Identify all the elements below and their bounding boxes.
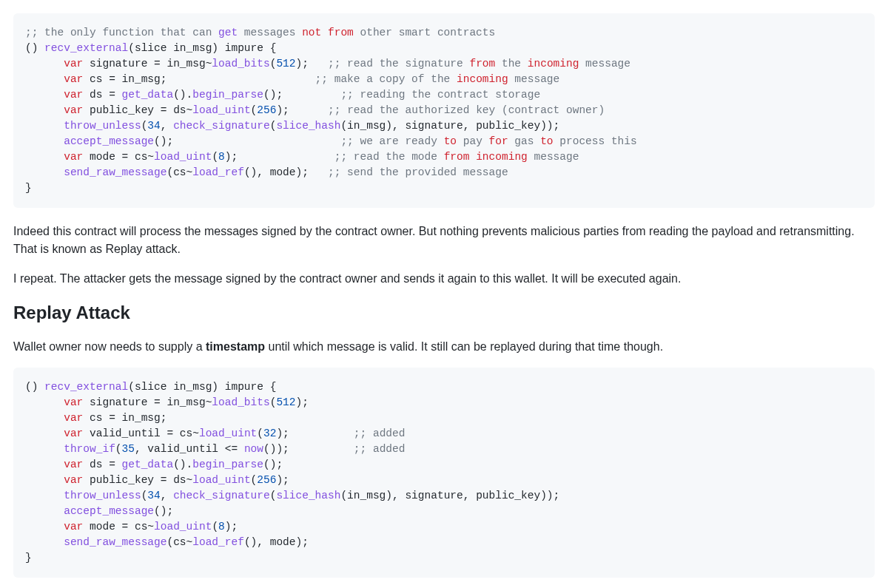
paragraph-3-text-a: Wallet owner now needs to supply a bbox=[13, 340, 206, 353]
paragraph-2: I repeat. The attacker gets the message … bbox=[13, 270, 875, 288]
code-block-2: () recv_external(slice in_msg) impure { … bbox=[13, 368, 875, 578]
paragraph-3-bold: timestamp bbox=[206, 340, 265, 353]
paragraph-3-text-c: until which message is valid. It still c… bbox=[265, 340, 663, 353]
code-block-1: ;; the only function that can get messag… bbox=[13, 13, 875, 208]
paragraph-1: Indeed this contract will process the me… bbox=[13, 223, 875, 258]
heading-replay-attack: Replay Attack bbox=[13, 300, 875, 326]
paragraph-3: Wallet owner now needs to supply a times… bbox=[13, 338, 875, 356]
